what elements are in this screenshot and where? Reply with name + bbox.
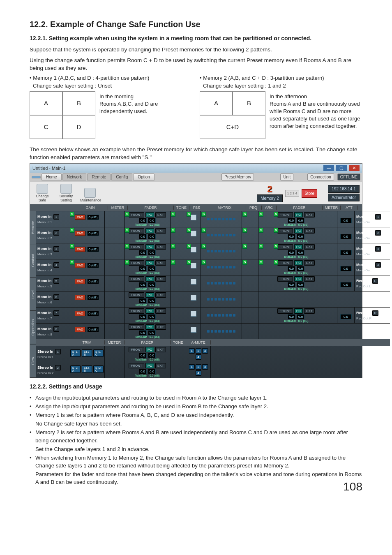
amute-cell[interactable]: 1234: [186, 362, 211, 378]
output-name[interactable]: Mono Out3 Mono Ou...: [355, 243, 390, 259]
matrix-cell[interactable]: S: [201, 211, 242, 227]
ribbon-maintenance[interactable]: Maintenance: [80, 188, 100, 202]
arc-cell[interactable]: S: [258, 211, 273, 227]
fbs-cell[interactable]: S: [186, 243, 201, 259]
matrix-cell[interactable]: [201, 291, 242, 307]
fbs-cell[interactable]: [186, 275, 201, 291]
fader-cell[interactable]: S FRONTPCEXT 0.00.0 TotalGain : 0.0 (dB): [125, 243, 171, 259]
gain-cell[interactable]: S PAD0 (dB): [69, 211, 105, 227]
fader-cell[interactable]: FRONTPCEXT 0.00.0 TotalGain : 0.0 (dB): [125, 308, 171, 323]
stereo-name[interactable]: Stereo In2 Stereo In:2: [36, 362, 69, 378]
channel-name[interactable]: Mono In4 Mono In:4: [36, 259, 69, 275]
att-cell[interactable]: 0.0: [337, 227, 355, 243]
matrix-cell[interactable]: S: [201, 243, 242, 259]
gain-cell[interactable]: S PAD0 (dB): [69, 227, 105, 243]
out-fader-cell[interactable]: S FRONTPCEXT 0.00.0 TotalGain : 0.0 (dB): [273, 243, 319, 259]
arc-cell[interactable]: S: [258, 259, 273, 275]
close-button[interactable]: ✕: [349, 165, 360, 171]
output-name[interactable]: Rec OutL Rec Out:L: [355, 275, 390, 291]
fader-cell[interactable]: FRONTPCEXT 0.00.0 TotalGain : 0.0 (dB): [125, 291, 171, 307]
fbs-cell[interactable]: S: [186, 211, 201, 227]
channel-name[interactable]: Mono In3 Mono In:3: [36, 243, 69, 259]
gain-cell[interactable]: S PAD0 (dB): [69, 259, 105, 275]
peq-cell[interactable]: [242, 308, 258, 323]
tone-cell[interactable]: [171, 362, 186, 378]
tab-home[interactable]: Home: [42, 173, 62, 180]
ip-address[interactable]: 192.168.14.1: [328, 185, 360, 193]
output-name[interactable]: Mono Out1 Mono Ou...: [355, 211, 390, 227]
peq-cell[interactable]: [242, 275, 258, 291]
peq-cell[interactable]: [242, 324, 258, 339]
ribbon-change-safe[interactable]: Change Safe: [32, 184, 52, 202]
peq-cell[interactable]: S: [242, 243, 258, 259]
channel-name[interactable]: Mono In6 Mono In:6: [36, 291, 69, 307]
fader-cell[interactable]: S FRONTPCEXT 0.00.0 TotalGain : 0.0 (dB): [125, 227, 171, 243]
fader-cell[interactable]: FRONTPCEXT 0.00.0 TotalGain : 0.0 (dB): [125, 324, 171, 339]
stereo-name[interactable]: Stereo In1 Stereo In:1: [36, 346, 69, 362]
fader-cell[interactable]: FRONTPCEXT 0.00.0 TotalGain : 0.0 (dB): [125, 346, 171, 362]
gain-cell[interactable]: PAD0 (dB): [69, 275, 105, 291]
tone-cell[interactable]: S: [171, 227, 186, 243]
output-name[interactable]: Rec OutR Rec Out:R: [355, 308, 390, 323]
arc-cell[interactable]: [258, 275, 273, 291]
memory-name[interactable]: Memory 2: [257, 194, 282, 202]
amute-cell[interactable]: 1234: [186, 346, 211, 362]
out-fader-cell[interactable]: S FRONTPCEXT 0.00.0 TotalGain : 0.0 (dB): [273, 259, 319, 275]
tone-cell[interactable]: [171, 324, 186, 339]
tone-cell[interactable]: [171, 308, 186, 323]
matrix-cell[interactable]: S: [201, 259, 242, 275]
channel-name[interactable]: Mono In8 Mono In:8: [36, 324, 69, 339]
peq-cell[interactable]: [242, 291, 258, 307]
arc-cell[interactable]: [258, 291, 273, 307]
att-cell[interactable]: 0.0: [337, 211, 355, 227]
channel-name[interactable]: Mono In5 Mono In:5: [36, 275, 69, 291]
out-fader-cell[interactable]: S FRONTPCEXT 0.00.0 TotalGain : 0.0 (dB): [273, 211, 319, 227]
out-fader-cell[interactable]: FRONTPCEXT 0.00.0 TotalGain : 0.0 (dB): [273, 308, 319, 323]
fader-cell[interactable]: FRONTPCEXT 0.00.0 TotalGain : 0.0 (dB): [125, 362, 171, 378]
tab-file[interactable]: [32, 176, 41, 178]
fbs-cell[interactable]: [186, 324, 201, 339]
tone-cell[interactable]: S: [171, 211, 186, 227]
admin-label[interactable]: Administrator: [328, 194, 360, 201]
tab-remote[interactable]: Remote: [87, 173, 111, 180]
tab-option[interactable]: Option: [133, 173, 154, 180]
fader-cell[interactable]: S FRONTPCEXT 0.00.0 TotalGain : 0.0 (dB): [125, 211, 171, 227]
fader-cell[interactable]: FRONTPCEXT 0.00.0 TotalGain : 0.0 (dB): [125, 275, 171, 291]
trim-cell[interactable]: ST1-AST1-BST1-C: [69, 346, 105, 362]
matrix-cell[interactable]: S: [201, 227, 242, 243]
tab-config[interactable]: Config: [111, 173, 132, 180]
arc-cell[interactable]: [258, 308, 273, 323]
gain-cell[interactable]: PAD0 (dB): [69, 291, 105, 307]
att-cell[interactable]: 0.0: [337, 275, 355, 291]
arc-cell[interactable]: S: [258, 243, 273, 259]
store-button[interactable]: Store: [302, 189, 317, 198]
output-name[interactable]: Mono Out2 Mono Ou...: [355, 227, 390, 243]
channel-name[interactable]: Mono In1 Mono In:1: [36, 211, 69, 227]
out-fader-cell[interactable]: S FRONTPCEXT 0.00.0 TotalGain : 0.0 (dB): [273, 227, 319, 243]
tone-cell[interactable]: S: [171, 243, 186, 259]
tone-cell[interactable]: [171, 346, 186, 362]
matrix-cell[interactable]: [201, 324, 242, 339]
peq-cell[interactable]: S: [242, 259, 258, 275]
tone-cell[interactable]: S: [171, 259, 186, 275]
tab-network[interactable]: Network: [62, 173, 87, 180]
tone-cell[interactable]: [171, 275, 186, 291]
matrix-cell[interactable]: [201, 308, 242, 323]
peq-cell[interactable]: S: [242, 227, 258, 243]
maximize-button[interactable]: ▢: [336, 165, 347, 171]
ribbon-security[interactable]: Security Setting: [56, 184, 76, 202]
arc-cell[interactable]: S: [258, 227, 273, 243]
fbs-cell[interactable]: S: [186, 259, 201, 275]
fbs-cell[interactable]: S: [186, 227, 201, 243]
tone-cell[interactable]: [171, 291, 186, 307]
memory-dots[interactable]: 1 2 3 4: [285, 190, 299, 197]
fbs-cell[interactable]: [186, 291, 201, 307]
gain-cell[interactable]: S PAD0 (dB): [69, 243, 105, 259]
fader-cell[interactable]: S FRONTPCEXT 0.00.0 TotalGain : 0.0 (dB): [125, 259, 171, 275]
trim-cell[interactable]: ST2-AST2-BST2-C: [69, 362, 105, 378]
channel-name[interactable]: Mono In2 Mono In:2: [36, 227, 69, 243]
fbs-cell[interactable]: [186, 308, 201, 323]
att-cell[interactable]: 0.0: [337, 243, 355, 259]
att-cell[interactable]: 0.0: [337, 259, 355, 275]
minimize-button[interactable]: —: [323, 165, 334, 171]
